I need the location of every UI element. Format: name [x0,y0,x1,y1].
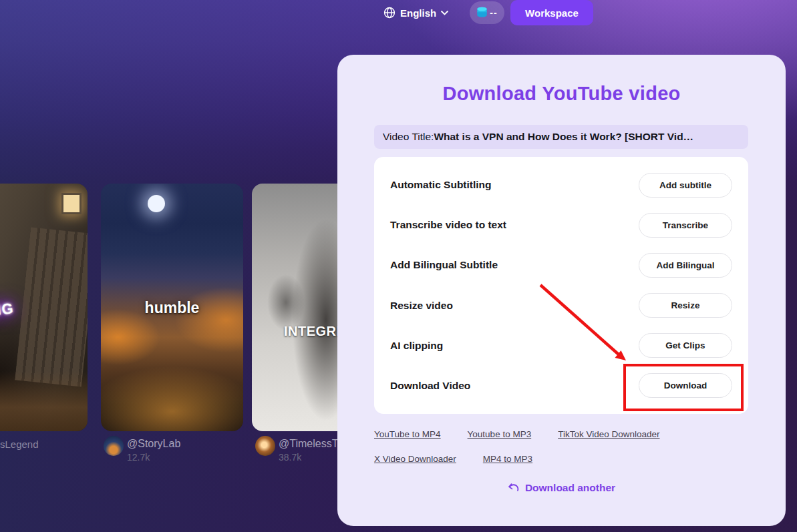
action-label: Download Video [390,380,470,392]
link-youtube-to-mp4[interactable]: YouTube to MP4 [374,429,441,439]
link-youtube-to-mp3[interactable]: Youtube to MP3 [468,429,532,439]
action-row: Automatic Subtitling Add subtitle [390,165,732,205]
action-label: Add Bilingual Subtitle [390,259,498,271]
workspace-button[interactable]: Workspace [510,0,593,25]
resize-button[interactable]: Resize [639,293,732,318]
transcribe-button[interactable]: Transcribe [639,213,732,238]
moon-detail [148,195,165,212]
modal-title: Download YouTube video [337,83,786,105]
avatar[interactable] [255,436,275,456]
author-handle[interactable]: @TimelessTal [279,438,345,450]
thumbnail-caption-overlay: INTEGRI [284,324,341,339]
download-button[interactable]: Download [639,373,732,398]
thumbnail-ground-detail [0,371,88,431]
author-name-partial: sLegend [0,439,39,450]
page: FLOWING humble INTEGRI sLegend @StoryLab… [0,0,797,532]
video-title-value: What is a VPN and How Does it Work? [SHO… [434,131,693,143]
video-title-label: Video Title: [383,131,434,143]
chevron-down-icon [441,11,448,15]
get-clips-button[interactable]: Get Clips [639,333,732,358]
credits-value: -- [490,7,497,18]
download-another-label: Download another [525,482,615,494]
add-subtitle-button[interactable]: Add subtitle [639,173,732,198]
action-label: AI clipping [390,340,443,352]
action-label: Automatic Subtitling [390,179,492,191]
thumbnail-caption-overlay: humble [101,299,243,317]
thumbnail-fence-detail [15,227,88,386]
language-selector[interactable]: English [383,4,448,21]
link-tiktok-downloader[interactable]: TikTok Video Downloader [558,429,659,439]
video-title-bar: Video Title:What is a VPN and How Does i… [374,125,748,149]
coins-icon [476,7,488,19]
download-another-button[interactable]: Download another [337,482,786,494]
credits-pill[interactable]: -- [470,1,504,24]
action-label: Transcribe video to text [390,219,506,231]
action-row: AI clipping Get Clips [390,326,732,366]
add-bilingual-button[interactable]: Add Bilingual [639,253,732,278]
related-links-row2: X Video Downloader MP4 to MP3 [374,454,532,464]
avatar[interactable] [104,436,124,456]
action-row: Resize video Resize [390,286,732,326]
undo-arrow-icon [508,483,520,493]
actions-card: Automatic Subtitling Add subtitle Transc… [374,157,748,414]
action-row: Transcribe video to text Transcribe [390,205,732,245]
thumbnail-window-detail [61,193,82,214]
related-links-row1: YouTube to MP4 Youtube to MP3 TikTok Vid… [374,429,660,439]
link-x-video-downloader[interactable]: X Video Downloader [374,454,456,464]
link-mp4-to-mp3[interactable]: MP4 to MP3 [483,454,532,464]
globe-icon [383,7,395,19]
author-handle[interactable]: @StoryLab [127,438,180,450]
video-thumbnail-2[interactable]: humble [101,184,243,431]
video-thumbnail-1[interactable]: FLOWING [0,184,88,431]
language-label: English [400,7,436,19]
view-count: 38.7k [279,452,301,463]
action-label: Resize video [390,300,453,312]
thumbnail-caption-overlay: FLOWING [0,300,15,324]
action-row: Add Bilingual Subtitle Add Bilingual [390,245,732,285]
view-count: 12.7k [127,452,150,463]
action-row: Download Video Download [390,366,732,406]
download-modal: Download YouTube video Video Title:What … [337,55,786,526]
